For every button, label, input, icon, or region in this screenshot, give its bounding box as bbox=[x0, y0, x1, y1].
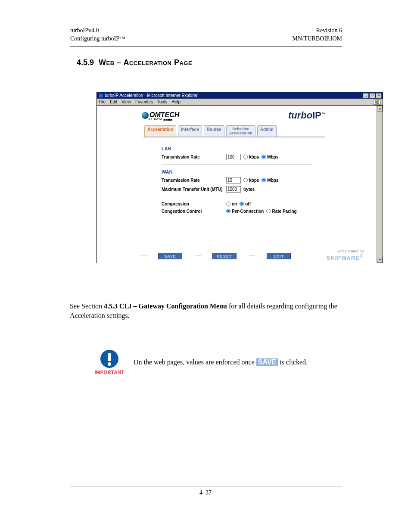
turboip-logo: turboIP™ bbox=[288, 110, 325, 121]
header-rule bbox=[70, 47, 342, 47]
section-heading: 4.5.9 Web – Acceleration Page bbox=[77, 58, 411, 67]
menu-favorites[interactable]: Favorites bbox=[135, 100, 153, 104]
lan-rate-label: Transmission Rate bbox=[162, 155, 226, 159]
maximize-button[interactable]: □ bbox=[369, 93, 375, 98]
doc-header-right-1: Revision 6 bbox=[292, 27, 342, 35]
wan-mtu-input[interactable] bbox=[226, 186, 241, 193]
compression-on-radio[interactable]: on bbox=[226, 202, 237, 206]
lan-mbps-radio[interactable]: Mbps bbox=[262, 155, 278, 159]
wan-heading: WAN bbox=[162, 169, 377, 174]
window-title: turboIP Acceleration - Microsoft Interne… bbox=[105, 93, 197, 98]
skipware-credit: Accelerated by SKIPWARE® bbox=[327, 249, 364, 261]
wan-mbps-radio[interactable]: Mbps bbox=[262, 178, 278, 183]
tab-admin[interactable]: Admin bbox=[257, 125, 277, 137]
wave-decoration: 〰 bbox=[140, 252, 146, 259]
scroll-up-icon[interactable]: ▴ bbox=[377, 106, 383, 112]
wave-decoration: 〰 bbox=[194, 252, 200, 259]
lan-heading: LAN bbox=[162, 146, 377, 151]
doc-header-right-2: MN/TURBOIP.IOM bbox=[292, 35, 342, 43]
compression-label: Compression bbox=[162, 202, 226, 206]
tab-selective-acceleration[interactable]: SelectiveAcceleration bbox=[226, 125, 255, 137]
tab-interface[interactable]: Interface bbox=[178, 125, 202, 137]
close-button[interactable]: × bbox=[376, 93, 382, 98]
lan-rate-input[interactable] bbox=[226, 154, 241, 160]
ie-icon bbox=[99, 93, 103, 98]
page-number: 4–37 bbox=[0, 489, 411, 496]
footer-rule bbox=[70, 486, 342, 486]
comtech-logo: OMTECHEF DATA ▄▄▄▄. bbox=[142, 111, 179, 120]
tab-acceleration[interactable]: Acceleration bbox=[144, 125, 176, 137]
minimize-button[interactable]: _ bbox=[363, 93, 369, 98]
tab-routes[interactable]: Routes bbox=[204, 125, 224, 137]
important-icon bbox=[100, 350, 118, 368]
exit-button[interactable]: EXIT bbox=[267, 253, 291, 259]
save-chip: SAVE bbox=[256, 358, 278, 366]
scroll-down-icon[interactable]: ▾ bbox=[377, 257, 383, 263]
wan-rate-label: Transmission Rate bbox=[162, 178, 226, 183]
reset-button[interactable]: RESET bbox=[212, 253, 237, 259]
per-connection-radio[interactable]: Per-Connection bbox=[226, 209, 264, 214]
wan-mtu-label: Maximum Transfer Unit (MTU) bbox=[162, 187, 226, 192]
save-button[interactable]: SAVE bbox=[158, 253, 182, 259]
wan-kbps-radio[interactable]: kbps bbox=[243, 178, 259, 183]
globe-icon bbox=[142, 112, 149, 119]
rate-pacing-radio[interactable]: Rate Pacing bbox=[266, 209, 296, 214]
compression-off-radio[interactable]: off bbox=[240, 202, 251, 206]
congestion-label: Congestion Control bbox=[162, 209, 226, 214]
window-titlebar: turboIP Acceleration - Microsoft Interne… bbox=[97, 92, 383, 99]
important-label: IMPORTANT bbox=[94, 370, 124, 375]
important-callout: IMPORTANT On the web pages, values are e… bbox=[96, 350, 341, 375]
browser-screenshot: turboIP Acceleration - Microsoft Interne… bbox=[97, 92, 383, 264]
vertical-scrollbar[interactable]: ▴ ▾ bbox=[377, 106, 383, 263]
doc-header-left-2: Configuring turboIP™ bbox=[70, 35, 125, 43]
windows-logo-icon bbox=[373, 100, 381, 105]
doc-header-left-1: turboIPv4.0 bbox=[70, 27, 125, 35]
lan-kbps-radio[interactable]: kbps bbox=[243, 155, 259, 159]
menu-tools[interactable]: Tools bbox=[157, 100, 167, 104]
menu-file[interactable]: File bbox=[99, 100, 106, 104]
wan-rate-input[interactable] bbox=[226, 177, 241, 184]
menu-help[interactable]: Help bbox=[171, 100, 181, 104]
menu-edit[interactable]: Edit bbox=[110, 100, 117, 104]
wave-decoration: 〰 bbox=[249, 252, 255, 259]
browser-menubar: File Edit View Favorites Tools Help bbox=[97, 99, 383, 106]
bytes-label: bytes bbox=[243, 187, 255, 192]
menu-view[interactable]: View bbox=[121, 100, 131, 104]
body-paragraph: See Section 4.5.3 CLI – Gateway Configur… bbox=[70, 302, 341, 320]
